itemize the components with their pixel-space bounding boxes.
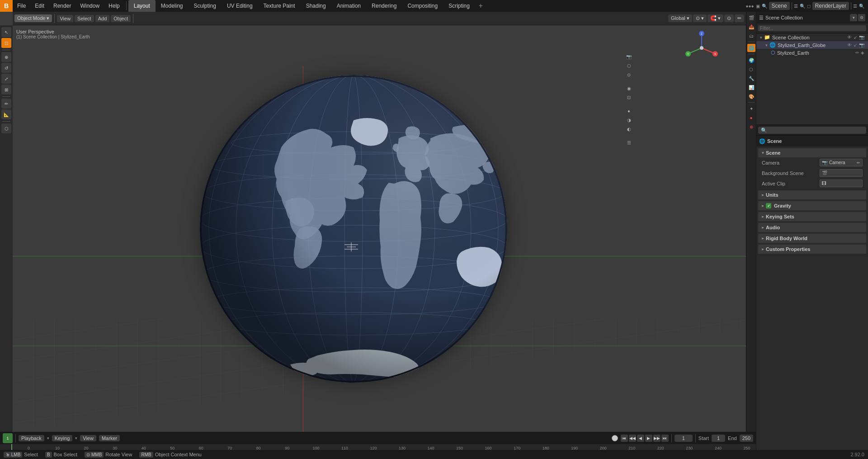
keying-menu[interactable]: Keying [52,435,73,441]
tab-animation[interactable]: Animation [331,0,366,12]
bg-scene-value[interactable]: 🎬 [820,169,863,177]
snap-btn[interactable]: 🧲 ▾ [708,14,723,22]
data-props-icon[interactable]: 📊 [747,83,755,91]
outliner-filter-btn[interactable]: ▾ [850,14,857,21]
camera-edit-btn[interactable]: ✏ [857,161,860,165]
tab-uv-editing[interactable]: UV Editing [222,0,258,12]
audio-header[interactable]: Audio [758,223,866,232]
rigid-body-header[interactable]: Rigid Body World [758,234,866,243]
render-icon2[interactable]: 📷 [859,43,864,47]
annotate-tool[interactable]: ✏ [1,99,11,109]
modifier-props-icon[interactable]: 🔧 [747,74,755,82]
object-props-icon[interactable]: ⬡ [747,65,755,73]
render-layer-selector[interactable]: RenderLayer [812,2,849,10]
scene-section-header[interactable]: Scene [758,148,866,157]
start-frame-input[interactable]: 1 [712,435,725,442]
constraints-icon[interactable]: ⊗ [747,123,755,131]
rendered-btn[interactable]: ◐ [625,125,633,133]
selectability-icon2[interactable]: ↙ [854,43,857,47]
marker-menu[interactable]: Marker [99,435,120,441]
viewport-gizmo[interactable]: Z X Y [684,30,720,66]
object-menu[interactable]: Object [111,15,131,22]
properties-search-input[interactable] [758,127,866,134]
active-clip-value[interactable]: 🎞 [820,180,863,187]
solid-shading-btn[interactable]: ● [625,107,633,115]
outliner-scene-collection[interactable]: ▾ 📁 Scene Collection 👁 ↙ 📷 [756,33,868,41]
outliner-earth-globe[interactable]: ▾ 🌐 Stylized_Earth_Globe 👁 ↙ 📷 [756,41,868,49]
visibility-icon[interactable]: 👁 [847,35,852,40]
blender-logo[interactable]: B [0,0,13,12]
selectability-icon[interactable]: ↙ [854,35,857,40]
scene-props-icon[interactable]: 🌐 [747,44,755,52]
particles-icon[interactable]: ✦ [747,104,755,113]
tab-sculpting[interactable]: Sculpting [189,0,222,12]
add-workspace-button[interactable]: + [475,2,486,10]
pivot-btn[interactable]: ⊙ ▾ [693,14,707,22]
play-back-btn[interactable]: ◀ [637,435,644,442]
add-menu[interactable]: Add [95,15,110,22]
select-tool[interactable]: ⊡ [1,38,11,48]
outliner-stylized-earth[interactable]: ⬡ Stylized_Earth ✏ ◈ [756,49,868,57]
edit-icon[interactable]: ✏ [855,50,859,55]
frame-indicator[interactable]: 1 [3,433,13,443]
tab-layout[interactable]: Layout [128,0,156,12]
proportional-btn[interactable]: ⊙ [724,14,734,22]
camera-value[interactable]: 📷 Camera ✏ [820,159,863,166]
gravity-header[interactable]: ✓ Gravity [758,201,866,210]
physics-icon[interactable]: ● [747,114,755,122]
perspective-btn[interactable]: ⬡ [625,62,633,70]
tab-rendering[interactable]: Rendering [366,0,402,12]
camera-view-btn[interactable]: 📷 [625,52,633,61]
menu-help[interactable]: Help [104,0,124,12]
viewport-options-btn[interactable]: ☰ [625,138,633,147]
tab-scripting[interactable]: Scripting [443,0,475,12]
gravity-checkbox[interactable]: ✓ [766,203,771,208]
menu-window[interactable]: Window [75,0,104,12]
tab-compositing[interactable]: Compositing [402,0,443,12]
menu-render[interactable]: Render [49,0,75,12]
playback-menu[interactable]: Playback [19,435,44,441]
material-props-icon[interactable]: 🎨 [747,92,755,100]
transform-global[interactable]: Global ▾ [668,14,692,22]
scene-selector[interactable]: Scene [769,2,790,10]
current-frame-display[interactable]: 1 [675,435,693,442]
local-view-btn[interactable]: ⊙ [625,71,633,79]
add-primitive-tool[interactable]: ⬡ [1,123,11,133]
filter-icon[interactable]: ◈ [861,50,864,55]
menu-edit[interactable]: Edit [30,0,49,12]
viewport-3d[interactable]: User Perspective (1) Scene Collection | … [13,25,756,432]
jump-start-btn[interactable]: ⏮ [621,435,628,442]
xray-btn[interactable]: ⊡ [625,93,633,101]
outliner-search-input[interactable] [758,25,866,31]
units-header[interactable]: Units [758,190,866,199]
material-preview-btn[interactable]: ◑ [625,116,633,124]
outliner-options-btn[interactable]: ⚙ [858,14,865,21]
end-frame-input[interactable]: 250 [740,435,753,442]
menu-file[interactable]: File [13,0,30,12]
view-menu[interactable]: View [57,15,73,22]
rotate-tool[interactable]: ↺ [1,63,11,73]
view-layer-props-icon[interactable]: 🗂 [747,32,755,40]
scale-tool[interactable]: ⤢ [1,74,11,84]
tab-shading[interactable]: Shading [301,0,331,12]
visibility-icon2[interactable]: 👁 [847,43,852,47]
step-back-btn[interactable]: ◀◀ [629,435,636,442]
custom-props-header[interactable]: Custom Properties [758,245,866,254]
transform-tool[interactable]: ⊞ [1,85,11,95]
step-forward-btn[interactable]: ▶▶ [653,435,660,442]
output-props-icon[interactable]: 📤 [747,23,755,31]
jump-end-btn[interactable]: ⏭ [661,435,669,442]
select-menu[interactable]: Select [75,15,94,22]
render-props-icon[interactable]: 🎬 [747,14,755,22]
annotate-btn[interactable]: ✏ [735,14,744,22]
object-mode-button[interactable]: Object Mode ▾ [14,14,52,22]
keying-sets-header[interactable]: Keying Sets [758,212,866,221]
record-btn[interactable] [612,435,618,441]
render-icon[interactable]: 📷 [859,35,864,40]
tab-modeling[interactable]: Modeling [156,0,189,12]
tab-texture-paint[interactable]: Texture Paint [258,0,301,12]
move-tool[interactable]: ⊕ [1,52,11,62]
measure-tool[interactable]: 📐 [1,109,11,119]
view-menu[interactable]: View [80,435,96,441]
play-btn[interactable]: ▶ [645,435,652,442]
